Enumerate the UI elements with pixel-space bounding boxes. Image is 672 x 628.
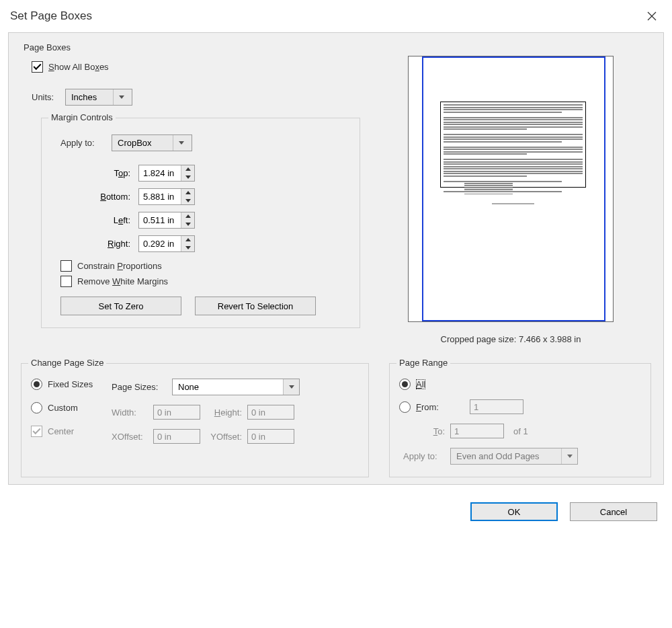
page-sizes-label: Page Sizes: bbox=[112, 382, 172, 392]
from-radio[interactable] bbox=[399, 401, 411, 413]
revert-to-selection-button[interactable]: Revert To Selection bbox=[195, 297, 316, 315]
set-to-zero-button[interactable]: Set To Zero bbox=[60, 297, 181, 315]
top-label: Top: bbox=[51, 168, 138, 178]
remove-white-margins-label: Remove White Margins bbox=[77, 276, 168, 286]
page-boxes-legend: Page Boxes bbox=[21, 42, 73, 52]
right-spinbox[interactable] bbox=[138, 235, 195, 252]
right-input[interactable] bbox=[139, 236, 181, 251]
chevron-down-icon bbox=[561, 448, 577, 464]
xoffset-input bbox=[153, 429, 200, 444]
page-range-legend: Page Range bbox=[396, 358, 450, 368]
spin-up[interactable] bbox=[181, 212, 194, 221]
width-input bbox=[153, 405, 200, 420]
apply-to-dropdown[interactable]: CropBox bbox=[112, 134, 192, 151]
bottom-spinbox[interactable] bbox=[138, 188, 195, 205]
custom-radio[interactable] bbox=[31, 402, 42, 414]
main-panel: Page Boxes Show All Boxes Units: Inches … bbox=[8, 32, 664, 485]
to-input bbox=[450, 424, 504, 438]
apply-to-value: CropBox bbox=[112, 135, 173, 151]
constrain-proportions-checkbox[interactable] bbox=[60, 260, 72, 272]
spin-down[interactable] bbox=[181, 221, 194, 229]
chevron-down-icon bbox=[113, 89, 129, 105]
preview-area: Cropped page size: 7.466 x 3.988 in bbox=[370, 54, 651, 344]
units-label: Units: bbox=[32, 92, 65, 102]
center-label: Center bbox=[48, 426, 74, 436]
left-label: Left: bbox=[51, 215, 138, 225]
width-label: Width: bbox=[112, 407, 153, 418]
top-input[interactable] bbox=[139, 165, 181, 181]
all-radio[interactable] bbox=[399, 379, 411, 390]
bottom-label: Bottom: bbox=[51, 192, 138, 202]
custom-label: Custom bbox=[48, 403, 78, 413]
spin-down[interactable] bbox=[181, 173, 194, 182]
close-button[interactable] bbox=[645, 9, 659, 23]
bottom-input[interactable] bbox=[139, 189, 181, 204]
preview-text-icon bbox=[444, 104, 583, 289]
from-label: From: bbox=[416, 402, 470, 412]
height-input bbox=[247, 405, 294, 420]
left-input[interactable] bbox=[139, 212, 181, 228]
range-apply-to-dropdown: Even and Odd Pages bbox=[450, 448, 578, 465]
left-spinbox[interactable] bbox=[138, 212, 195, 229]
fixed-sizes-radio[interactable] bbox=[31, 379, 42, 390]
spin-up[interactable] bbox=[181, 165, 194, 173]
spin-up[interactable] bbox=[181, 189, 194, 197]
show-all-boxes-checkbox[interactable] bbox=[32, 61, 43, 73]
constrain-proportions-label: Constrain Proportions bbox=[77, 261, 162, 271]
yoffset-label: YOffset: bbox=[200, 432, 247, 442]
margin-controls-group: Margin Controls Apply to: CropBox Top: bbox=[41, 118, 360, 328]
show-all-boxes-label: Show All Boxes bbox=[48, 62, 109, 72]
title-bar: Set Page Boxes bbox=[0, 0, 672, 32]
chevron-down-icon bbox=[173, 135, 189, 151]
range-apply-to-value: Even and Odd Pages bbox=[451, 448, 561, 464]
spin-down[interactable] bbox=[181, 197, 194, 205]
all-label: All bbox=[416, 379, 425, 389]
fixed-sizes-label: Fixed Sizes bbox=[48, 379, 93, 389]
page-range-group: Page Range All From: To: of 1 Apply to: … bbox=[389, 363, 651, 477]
spin-up[interactable] bbox=[181, 236, 194, 244]
from-input bbox=[470, 399, 523, 414]
spin-down[interactable] bbox=[181, 244, 194, 252]
change-page-size-group: Change Page Size Fixed Sizes Custom Cent… bbox=[21, 363, 369, 477]
chevron-down-icon bbox=[283, 379, 299, 395]
height-label: Height: bbox=[200, 407, 247, 418]
page-sizes-value: None bbox=[173, 379, 283, 395]
units-dropdown[interactable]: Inches bbox=[65, 89, 132, 106]
remove-white-margins-checkbox[interactable] bbox=[60, 276, 72, 287]
ok-button[interactable]: OK bbox=[470, 502, 558, 521]
top-spinbox[interactable] bbox=[138, 165, 195, 182]
right-label: Right: bbox=[51, 239, 138, 249]
dialog-title: Set Page Boxes bbox=[10, 9, 92, 23]
close-icon bbox=[646, 11, 657, 22]
yoffset-input bbox=[247, 429, 294, 444]
dialog-footer: OK Cancel bbox=[0, 493, 672, 531]
page-preview bbox=[408, 56, 614, 322]
page-boxes-group: Page Boxes Show All Boxes Units: Inches … bbox=[21, 52, 651, 344]
center-checkbox bbox=[31, 426, 42, 437]
page-sizes-dropdown[interactable]: None bbox=[172, 379, 300, 395]
apply-to-label: Apply to: bbox=[60, 138, 112, 148]
change-page-size-legend: Change Page Size bbox=[28, 358, 106, 368]
cancel-button[interactable]: Cancel bbox=[570, 502, 657, 521]
to-label: To: bbox=[417, 426, 450, 436]
units-value: Inches bbox=[66, 89, 113, 105]
xoffset-label: XOffset: bbox=[112, 432, 153, 442]
margin-controls-legend: Margin Controls bbox=[48, 112, 116, 122]
cropped-size-caption: Cropped page size: 7.466 x 3.988 in bbox=[441, 334, 581, 344]
of-label: of 1 bbox=[513, 426, 528, 436]
range-apply-to-label: Apply to: bbox=[403, 451, 450, 461]
